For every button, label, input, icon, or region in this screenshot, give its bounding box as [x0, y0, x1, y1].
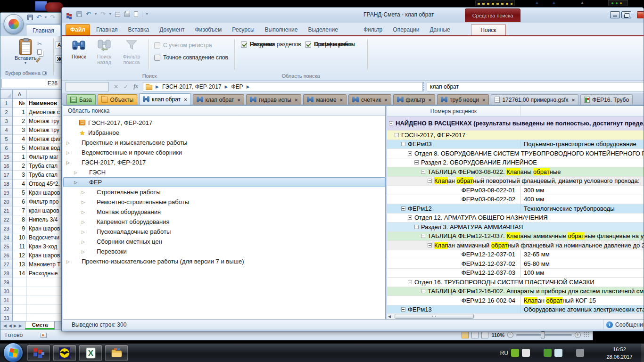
cell-a[interactable]: 9 [13, 224, 27, 233]
cell-a[interactable]: 6 [13, 197, 27, 206]
webcam-icon[interactable] [554, 349, 562, 357]
result-row[interactable]: Отдел 16. ТРУБОПРОВОДЫ СИСТЕМ ПЛАСТИЧНОЙ… [387, 278, 644, 287]
save-icon[interactable] [76, 11, 82, 17]
clock[interactable]: 16:52 28.06.2017 [598, 346, 641, 361]
cell-a[interactable]: 14 [13, 269, 27, 278]
close-tab-icon[interactable]: × [482, 97, 485, 103]
expander-icon[interactable]: ▷ [80, 200, 87, 205]
result-row[interactable]: ФЕРм12-12-037-01 32-65 мм [387, 250, 644, 260]
row-header[interactable]: 4 [0, 126, 13, 135]
cell-a[interactable]: 2 [13, 117, 27, 126]
cell-a[interactable]: 3 [13, 126, 27, 135]
name-box[interactable]: E26 [1, 79, 61, 88]
row-header[interactable]: 28 [0, 269, 13, 278]
close-tab-icon[interactable]: × [572, 97, 575, 103]
column-header-a[interactable]: А [13, 90, 27, 99]
row-header[interactable]: 27 [0, 260, 13, 269]
tree-item[interactable]: ▷ Ведомственные и прочие сборники [63, 148, 385, 157]
tree-item[interactable]: ▷ Пусконаладочные работы [63, 227, 385, 237]
show-desktop-button[interactable] [642, 344, 644, 362]
expander-icon[interactable]: ▷ [80, 210, 87, 214]
collapse-icon[interactable] [389, 121, 393, 125]
cell-a[interactable]: № [13, 99, 27, 108]
result-row[interactable]: Отдел 12. АРМАТУРА ОБЩЕГО НАЗНАЧЕНИЯ [387, 214, 644, 223]
collapse-icon[interactable] [408, 280, 412, 284]
close-button[interactable] [637, 11, 644, 18]
tab-obekty[interactable]: Объекты × [98, 94, 138, 105]
result-row[interactable]: ФЕРм13 Оборудование атомных электрически… [387, 305, 644, 313]
row-header[interactable]: 16 [0, 162, 13, 171]
sheet-tab-smeta[interactable]: Смета [25, 321, 55, 329]
search-back-button[interactable]: Поиск назад [92, 38, 116, 65]
expander-icon[interactable]: ▷ [80, 220, 87, 224]
taskbar-grand-smeta[interactable] [27, 345, 50, 362]
cell-a[interactable] [13, 314, 27, 321]
cell-a[interactable] [13, 296, 27, 305]
cell-a[interactable] [13, 305, 27, 314]
redo-icon[interactable]: ↷ [100, 11, 106, 17]
collapse-icon[interactable] [428, 179, 432, 183]
office-button[interactable] [4, 14, 24, 34]
dialog-launcher-icon[interactable] [42, 71, 47, 75]
collapse-icon[interactable] [408, 151, 412, 156]
tab-gsfx-file[interactable]: 172761,00 примерно.gsfx × [491, 94, 578, 105]
row-header[interactable]: 33 [0, 314, 13, 321]
tree-item[interactable]: ▷ Монтаж оборудования [63, 207, 385, 217]
cell-a[interactable]: 8 [13, 215, 27, 224]
search-filter-button[interactable]: Фильтр поиска [119, 38, 144, 65]
agent-icon[interactable] [544, 349, 552, 357]
close-tab-icon[interactable]: × [184, 97, 187, 102]
result-row[interactable]: ТАБЛИЦА ФЕРм12-16-002. Аппараты и прибор… [387, 287, 644, 296]
expander-icon[interactable]: ▷ [80, 249, 87, 254]
collapse-icon[interactable] [408, 215, 412, 220]
result-row[interactable]: ФЕРм03 Подъемно-транспортное оборудовани… [387, 140, 644, 149]
tree-item[interactable]: ▷ Проектные и изыскательские работы [63, 138, 385, 148]
tab-manome[interactable]: маноме × [303, 94, 347, 105]
row-header[interactable]: 19 [0, 189, 13, 197]
scrollbar-thumb[interactable] [395, 314, 474, 319]
row-header[interactable]: 23 [0, 224, 13, 233]
checkbox[interactable] [305, 41, 311, 48]
result-row[interactable]: ФЕРм12 Технологические трубопроводы [387, 204, 644, 214]
tree-item[interactable]: ▷ Строительные работы [63, 187, 385, 197]
tree-item[interactable]: ▷ ФЕР [63, 177, 385, 187]
collapse-icon[interactable] [414, 160, 419, 165]
ribbon-tab[interactable]: Главная [92, 24, 122, 35]
collapse-icon[interactable] [421, 289, 425, 293]
row-header[interactable]: 31 [0, 296, 13, 305]
tab-fer16[interactable]: ФЕР16. Трубо × [580, 94, 633, 105]
ribbon-tab[interactable]: Выполнение [261, 24, 302, 35]
tab-klap-obrat[interactable]: клап обрат × [193, 94, 244, 105]
expander-icon[interactable]: ▷ [72, 180, 79, 185]
tab-trub-neotsi[interactable]: труб неоци × [437, 94, 489, 105]
row-header[interactable]: 22 [0, 215, 13, 224]
ribbon-tab-poisk[interactable]: Поиск [471, 24, 506, 35]
scroll-left-icon[interactable]: ◀ [388, 314, 391, 319]
expander-icon[interactable]: ▷ [65, 140, 72, 145]
collapse-icon[interactable] [401, 206, 405, 211]
start-button[interactable] [3, 343, 23, 362]
excel-tab-glavnaya[interactable]: Главная [26, 25, 61, 36]
cell-a[interactable]: 11 [13, 242, 27, 251]
messenger-icon[interactable] [511, 349, 519, 357]
cut-icon[interactable]: ✂ [37, 41, 42, 47]
horizontal-scrollbar[interactable]: ◀ [387, 313, 644, 319]
cell-a[interactable]: 1 [13, 153, 27, 162]
paste-button[interactable]: Вставить ▾ [15, 39, 36, 71]
redo-icon[interactable]: ↷ [50, 15, 55, 20]
cell-a[interactable]: 4 [13, 180, 27, 189]
row-header[interactable]: 29 [0, 278, 13, 287]
zoom-out-button[interactable]: − [507, 332, 513, 338]
usb-icon[interactable] [576, 349, 584, 357]
result-row[interactable]: ФЕРм12-12-037-02 65-80 мм [387, 259, 644, 269]
result-row[interactable]: ФЕРм12-16-002-04 Клапан обратный КОГ-15 [387, 296, 644, 305]
expander-icon[interactable]: ▷ [80, 239, 87, 244]
app-logo-icon[interactable] [66, 13, 69, 16]
enter-icon[interactable]: ✓ [124, 83, 128, 90]
tab-baza[interactable]: База × [66, 94, 96, 105]
cell-a[interactable]: 2 [13, 162, 27, 171]
undo-icon[interactable]: ↶ [86, 11, 91, 17]
result-row[interactable]: ФЕРм03-08-022-02 400 мм [387, 195, 644, 205]
tree-item[interactable]: ▷ ГЭСН-2017, ФЕР-2017 [63, 157, 385, 167]
row-header[interactable]: 2 [0, 108, 13, 117]
